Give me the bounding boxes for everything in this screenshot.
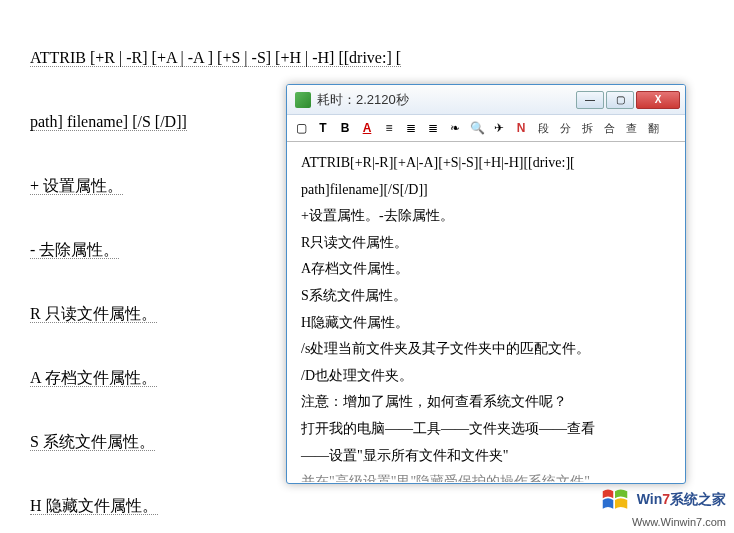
bg-line: ATTRIB [+R | -R] [+A | -A ] [+S | -S] [+… (30, 49, 401, 67)
text-t[interactable]: T (315, 119, 331, 137)
list-icon[interactable]: ≣ (425, 119, 441, 137)
maximize-icon: ▢ (616, 94, 625, 105)
align-left-icon[interactable]: ≡ (381, 119, 397, 137)
maximize-button[interactable]: ▢ (606, 91, 634, 109)
color-a[interactable]: A (359, 119, 375, 137)
body-line: H隐藏文件属性。 (301, 310, 677, 337)
watermark: Win7系统之家 Www.Winwin7.com (601, 486, 726, 529)
logo-icon (601, 486, 629, 514)
body-line: S系统文件属性。 (301, 283, 677, 310)
btn-fen[interactable]: 分 (557, 119, 573, 137)
btn-chai[interactable]: 拆 (579, 119, 595, 137)
send-icon[interactable]: ✈ (491, 119, 507, 137)
bold-b[interactable]: B (337, 119, 353, 137)
btn-duan[interactable]: 段 (535, 119, 551, 137)
bg-line: + 设置属性。 (30, 177, 123, 195)
bg-line: H 隐藏文件属性。 (30, 497, 158, 515)
minimize-button[interactable]: — (576, 91, 604, 109)
globe-icon[interactable]: ❧ (447, 119, 463, 137)
body-line: 注意：增加了属性，如何查看系统文件呢？ (301, 389, 677, 416)
btn-fan[interactable]: 翻 (645, 119, 661, 137)
bg-line: S 系统文件属性。 (30, 433, 155, 451)
minimize-icon: — (585, 94, 595, 105)
close-button[interactable]: X (636, 91, 680, 109)
body-line: ATTRIB[+R|-R][+A|-A][+S|-S][+H|-H][[driv… (301, 150, 677, 177)
bg-line: path] filename] [/S [/D]] (30, 113, 187, 131)
toolbar: ▢ T B A ≡ ≣ ≣ ❧ 🔍 ✈ N 段 分 拆 合 查 翻 (287, 115, 685, 142)
btn-cha[interactable]: 查 (623, 119, 639, 137)
body-line: 并在"高级设置"里"隐藏受保护的操作系统文件" (301, 469, 677, 482)
n-icon[interactable]: N (513, 119, 529, 137)
body-line: +设置属性。-去除属性。 (301, 203, 677, 230)
body-line: /s处理当前文件夹及其子文件夹中的匹配文件。 (301, 336, 677, 363)
search-icon[interactable]: 🔍 (469, 119, 485, 137)
bg-line: A 存档文件属性。 (30, 369, 157, 387)
popup-body[interactable]: ATTRIB[+R|-R][+A|-A][+S|-S][+H|-H][[driv… (287, 142, 685, 482)
bg-line: - 去除属性。 (30, 241, 119, 259)
app-icon (295, 92, 311, 108)
body-line: ――设置"显示所有文件和文件夹" (301, 443, 677, 470)
body-line: A存档文件属性。 (301, 256, 677, 283)
popup-window: 耗时：2.2120秒 — ▢ X ▢ T B A ≡ ≣ ≣ ❧ 🔍 ✈ N 段… (286, 84, 686, 484)
body-line: /D也处理文件夹。 (301, 363, 677, 390)
body-line: path]filename][/S[/D]] (301, 177, 677, 204)
body-line: R只读文件属性。 (301, 230, 677, 257)
bg-line: R 只读文件属性。 (30, 305, 157, 323)
window-title: 耗时：2.2120秒 (317, 91, 574, 109)
titlebar[interactable]: 耗时：2.2120秒 — ▢ X (287, 85, 685, 115)
btn-he[interactable]: 合 (601, 119, 617, 137)
align-center-icon[interactable]: ≣ (403, 119, 419, 137)
watermark-title: Win7系统之家 (637, 490, 726, 506)
box-icon[interactable]: ▢ (293, 119, 309, 137)
watermark-url: Www.Winwin7.com (632, 516, 726, 528)
body-line: 打开我的电脑――工具――文件夹选项――查看 (301, 416, 677, 443)
close-icon: X (655, 94, 662, 105)
